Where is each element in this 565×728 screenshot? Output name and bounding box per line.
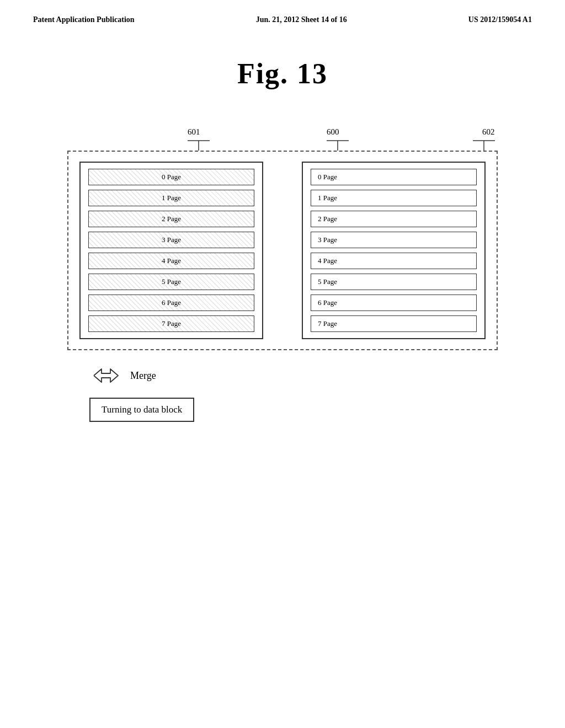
- page-plain-3: 3 Page: [311, 232, 477, 248]
- label-600: 600: [327, 127, 339, 137]
- header-middle: Jun. 21, 2012 Sheet 14 of 16: [256, 15, 347, 24]
- page-plain-4: 4 Page: [311, 253, 477, 269]
- left-inner-box: 0 Page 1 Page 2 Page 3 Page 4 Page 5 Pag…: [79, 162, 263, 339]
- table-row: 3 Page: [88, 231, 254, 249]
- table-row: 4 Page: [311, 252, 477, 270]
- page-hatched-5: 5 Page: [88, 274, 254, 290]
- label-602: 602: [482, 127, 495, 137]
- header-right: US 2012/159054 A1: [468, 15, 532, 24]
- table-row: 7 Page: [88, 315, 254, 333]
- label-601: 601: [188, 127, 200, 137]
- page-plain-5: 5 Page: [311, 274, 477, 290]
- page-plain-6: 6 Page: [311, 295, 477, 311]
- page-hatched-4: 4 Page: [88, 253, 254, 269]
- page-header: Patent Application Publication Jun. 21, …: [0, 0, 565, 24]
- table-row: 0 Page: [88, 168, 254, 186]
- merge-icon: [89, 363, 122, 388]
- merge-area: Merge: [89, 363, 498, 388]
- outer-dashed-box: 0 Page 1 Page 2 Page 3 Page 4 Page 5 Pag…: [67, 151, 498, 350]
- table-row: 2 Page: [311, 210, 477, 228]
- table-row: 1 Page: [88, 189, 254, 207]
- page-plain-7: 7 Page: [311, 315, 477, 332]
- table-row: 5 Page: [311, 273, 477, 291]
- header-left: Patent Application Publication: [33, 15, 135, 24]
- diagram-area: 601 600 602 0 Page 1 Page 2 Page 3 Page …: [67, 123, 498, 422]
- page-hatched-0: 0 Page: [88, 169, 254, 185]
- fig-title: Fig. 13: [0, 57, 565, 90]
- page-hatched-7: 7 Page: [88, 315, 254, 332]
- table-row: 6 Page: [311, 294, 477, 312]
- table-row: 3 Page: [311, 231, 477, 249]
- table-row: 7 Page: [311, 315, 477, 333]
- page-hatched-1: 1 Page: [88, 190, 254, 206]
- right-inner-box: 0 Page 1 Page 2 Page 3 Page 4 Page 5 Pag…: [302, 162, 486, 339]
- table-row: 0 Page: [311, 168, 477, 186]
- merge-label: Merge: [130, 370, 156, 382]
- connector-lines: [67, 123, 498, 151]
- page-hatched-3: 3 Page: [88, 232, 254, 248]
- page-plain-2: 2 Page: [311, 211, 477, 227]
- table-row: 1 Page: [311, 189, 477, 207]
- page-plain-0: 0 Page: [311, 169, 477, 185]
- table-row: 4 Page: [88, 252, 254, 270]
- table-row: 5 Page: [88, 273, 254, 291]
- table-row: 6 Page: [88, 294, 254, 312]
- table-row: 2 Page: [88, 210, 254, 228]
- page-plain-1: 1 Page: [311, 190, 477, 206]
- page-hatched-2: 2 Page: [88, 211, 254, 227]
- page-hatched-6: 6 Page: [88, 295, 254, 311]
- data-block-box: Turning to data block: [89, 398, 194, 422]
